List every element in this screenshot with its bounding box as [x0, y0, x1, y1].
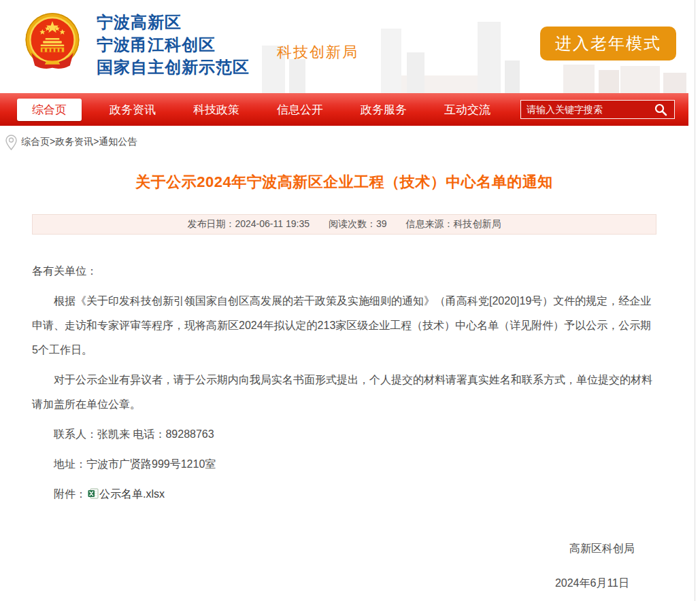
nav-tab-info-disclosure[interactable]: 信息公开	[267, 99, 333, 121]
article: 关于公示2024年宁波高新区企业工程（技术）中心名单的通知 发布日期：2024-…	[0, 172, 688, 591]
magnifier-icon	[654, 103, 667, 116]
search-box	[520, 100, 675, 119]
signature-org: 高新区科创局	[32, 542, 656, 556]
view-count: 阅读次数：39	[329, 218, 387, 230]
nav-tab-interaction[interactable]: 互动交流	[435, 99, 500, 121]
elder-mode-button[interactable]: 进入老年模式	[540, 27, 676, 61]
salutation: 各有关单位：	[32, 259, 656, 284]
nav-tab-gov-services[interactable]: 政务服务	[351, 99, 416, 121]
article-body: 各有关单位： 根据《关于印发科技创新引领国家自创区高发展的若干政策及实施细则的通…	[32, 259, 656, 506]
nav-tab-tech-policy[interactable]: 科技政策	[184, 99, 249, 121]
search-input[interactable]	[521, 104, 654, 115]
article-meta-bar: 发布日期：2024-06-11 19:35 阅读次数：39 信息来源：科技创新局	[32, 214, 656, 235]
excel-file-icon	[88, 488, 99, 499]
breadcrumb-trail[interactable]: 综合页>政务资讯>通知公告	[21, 136, 137, 148]
info-source: 信息来源：科技创新局	[406, 218, 501, 230]
publish-date: 发布日期：2024-06-11 19:35	[187, 218, 310, 230]
org-title-line1: 宁波高新区	[97, 11, 250, 33]
address-line: 地址：宁波市广贤路999号1210室	[32, 452, 656, 477]
breadcrumb: 综合页>政务资讯>通知公告	[0, 126, 688, 152]
paragraph-1: 根据《关于印发科技创新引领国家自创区高发展的若干政策及实施细则的通知》（甬高科党…	[32, 289, 656, 362]
nav-tab-gov-news[interactable]: 政务资讯	[100, 99, 165, 121]
location-pin-icon	[5, 135, 17, 150]
org-title-line2: 宁波甬江科创区	[97, 33, 250, 56]
org-title-line3: 国家自主创新示范区	[97, 56, 250, 78]
page-right-edge-line	[695, 0, 695, 601]
main-navbar: 综合页 政务资讯 科技政策 信息公开 政务服务 互动交流	[0, 93, 688, 126]
org-title-block: 宁波高新区 宁波甬江科创区 国家自主创新示范区	[97, 11, 250, 78]
article-title: 关于公示2024年宁波高新区企业工程（技术）中心名单的通知	[32, 172, 656, 192]
department-name: 科技创新局	[277, 42, 359, 63]
signature-date: 2024年6月11日	[32, 577, 656, 591]
national-emblem-logo	[23, 11, 82, 73]
attachment-link[interactable]: 公示名单.xlsx	[99, 488, 165, 500]
contact-line: 联系人：张凯来 电话：89288763	[32, 422, 656, 447]
paragraph-2: 对于公示企业有异议者，请于公示期内向我局实名书面形式提出，个人提交的材料请署真实…	[32, 368, 656, 417]
site-header: 宁波高新区 宁波甬江科创区 国家自主创新示范区 科技创新局 进入老年模式	[0, 0, 688, 93]
page-container: 宁波高新区 宁波甬江科创区 国家自主创新示范区 科技创新局 进入老年模式 综合页…	[0, 0, 688, 591]
signature-block: 高新区科创局 2024年6月11日	[32, 542, 656, 591]
nav-tab-home[interactable]: 综合页	[17, 99, 82, 121]
attachment-line: 附件： 公示名单.xlsx	[32, 482, 656, 506]
search-button[interactable]	[654, 103, 674, 116]
attachment-label: 附件：	[54, 488, 86, 500]
